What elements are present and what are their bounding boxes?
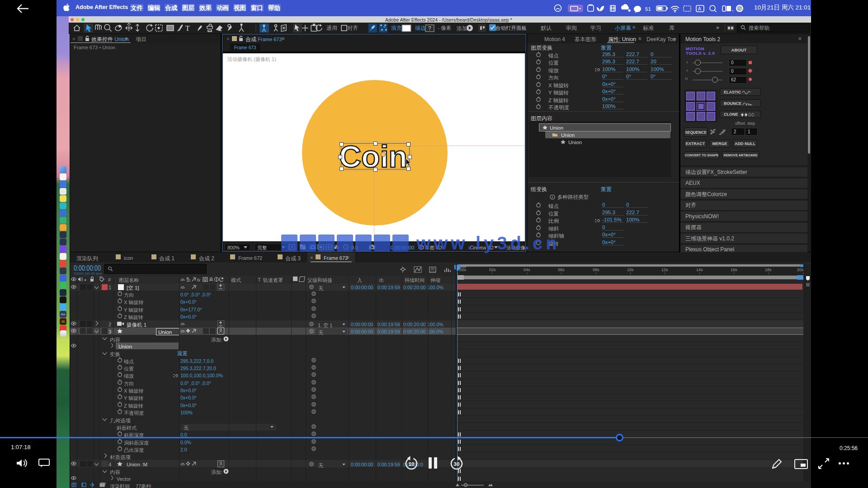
svg-text:T: T <box>185 24 190 32</box>
svg-text:fx: fx <box>197 278 201 282</box>
svg-text:30: 30 <box>454 461 460 467</box>
svg-text:?: ? <box>428 25 431 32</box>
svg-text:+: + <box>628 9 630 12</box>
svg-text:A: A <box>698 6 701 11</box>
svg-text:10: 10 <box>409 461 415 467</box>
svg-text:51: 51 <box>645 6 651 12</box>
